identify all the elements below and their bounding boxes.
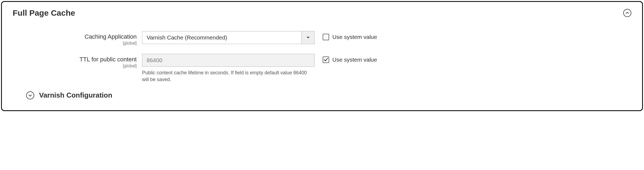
panel-header: Full Page Cache: [13, 8, 631, 18]
select-value: Varnish Cache (Recommended): [142, 31, 301, 44]
label-column: Caching Application [global]: [13, 31, 142, 46]
use-system-value-checkbox[interactable]: [323, 56, 329, 63]
full-page-cache-panel: Full Page Cache Caching Application [glo…: [1, 1, 643, 111]
field-scope: [global]: [13, 41, 137, 46]
field-scope: [global]: [13, 64, 137, 68]
caching-application-select[interactable]: Varnish Cache (Recommended): [142, 31, 315, 44]
varnish-configuration-section[interactable]: Varnish Configuration: [26, 91, 631, 99]
field-label: TTL for public content: [13, 56, 137, 63]
help-text: Public content cache lifetime in seconds…: [142, 69, 315, 83]
ttl-row: TTL for public content [global] Public c…: [13, 54, 631, 83]
use-system-value-checkbox[interactable]: [323, 34, 329, 40]
label-column: TTL for public content [global]: [13, 54, 142, 68]
chevron-up-icon[interactable]: [623, 9, 631, 17]
chevron-down-icon[interactable]: [26, 91, 34, 99]
panel-title: Full Page Cache: [13, 8, 75, 18]
field-label: Caching Application: [13, 33, 137, 40]
checkbox-column: Use system value: [315, 54, 377, 63]
input-column: Public content cache lifetime in seconds…: [142, 54, 315, 83]
checkbox-label[interactable]: Use system value: [332, 34, 377, 40]
checkbox-column: Use system value: [315, 31, 377, 40]
input-column: Varnish Cache (Recommended): [142, 31, 315, 44]
subsection-title: Varnish Configuration: [39, 91, 112, 99]
checkbox-label[interactable]: Use system value: [332, 56, 377, 63]
caret-down-icon: [301, 31, 314, 44]
caching-application-row: Caching Application [global] Varnish Cac…: [13, 31, 631, 46]
ttl-input[interactable]: [142, 54, 315, 67]
